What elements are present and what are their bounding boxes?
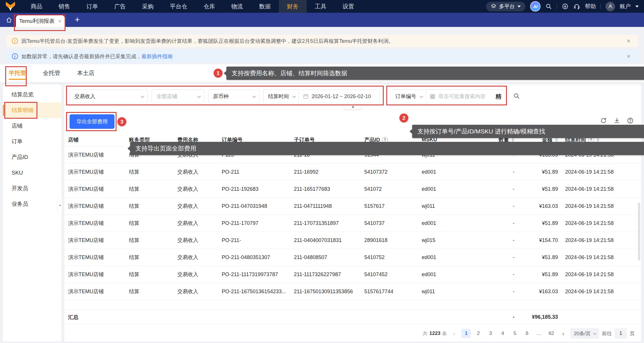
sidebar-item-业务员[interactable]: 业务员 [3, 196, 61, 212]
page-number-3[interactable]: 3 [486, 329, 495, 338]
menu-item-财务[interactable]: 财务 [279, 0, 307, 13]
platform-switcher[interactable]: 多平台 [486, 2, 525, 11]
sort-icon[interactable] [555, 138, 558, 142]
cell-pid: 5157617 [364, 203, 422, 209]
export-all-fees-button[interactable]: 导出全部费用 [70, 114, 114, 129]
next-page-icon[interactable]: › [559, 330, 567, 337]
table-row[interactable]: 演示TEMU店铺结算交易收入PO-211-192683211-165177683… [64, 181, 641, 198]
support-headset-icon[interactable] [573, 3, 580, 10]
goto-page-input[interactable]: 1 [615, 328, 627, 339]
page-number-1[interactable]: 1 [461, 329, 471, 338]
filter-collapse-handle[interactable]: ▲ [344, 104, 362, 109]
help-circle-icon[interactable] [627, 117, 634, 124]
time-type-select[interactable]: 结算时间 [263, 93, 299, 100]
page-number-2[interactable]: 2 [474, 329, 483, 338]
prev-page-icon[interactable]: ‹ [450, 330, 459, 337]
table-row[interactable]: 演示TEMU店铺结算交易收入PO-211211-1699254107372ed0… [64, 164, 641, 181]
ai-assistant-button[interactable]: AI [530, 1, 541, 12]
menu-item-订单[interactable]: 订单 [78, 0, 106, 13]
search-icon[interactable] [513, 92, 520, 100]
menu-item-工具[interactable]: 工具 [307, 0, 334, 13]
cell-amount: ¥51.89 [514, 186, 558, 192]
sidebar-item-店铺[interactable]: 店铺 [3, 118, 61, 134]
layers-icon [491, 3, 496, 9]
chevron-down-icon [252, 94, 256, 98]
menu-item-物流[interactable]: 物流 [223, 0, 251, 13]
table-row[interactable]: 演示TEMU店铺结算交易收入PO-211-0480351307211-04808… [64, 249, 641, 266]
menu-item-设置[interactable]: 设置 [334, 0, 362, 13]
cell-msku: ed001 [422, 186, 480, 192]
plugin-guide-link[interactable]: 最新插件指南 [141, 53, 173, 60]
page-number-4[interactable]: 4 [498, 329, 507, 338]
cell-order: PO-211-192683 [222, 186, 294, 192]
menu-item-仓库[interactable]: 仓库 [195, 0, 223, 13]
page-number-62[interactable]: 62 [547, 329, 556, 338]
cell-amount: ¥154.70 [514, 237, 558, 243]
cell-amount: ¥163.03 [514, 203, 558, 209]
divider [557, 4, 557, 9]
mode-tab-本土店[interactable]: 本土店 [77, 64, 94, 82]
refresh-icon[interactable] [600, 117, 607, 124]
search-field-select[interactable]: 订单编号 [391, 93, 426, 100]
table-row[interactable]: 演示TEMU店铺结算交易收入PO-211-1117319973787211-11… [64, 266, 641, 283]
page-label: 页 [630, 330, 635, 337]
table-row[interactable]: 演示TEMU店铺结算交易收入PO-211-047031948211-047111… [64, 198, 641, 215]
filter-bar: 交易收入 全部店铺 原币种 结算时间 2026-01-12 ~ 2026-02-… [70, 89, 380, 103]
home-button[interactable] [5, 16, 13, 24]
search-input[interactable]: 双击可批量搜索内容 精 [426, 93, 505, 100]
precise-toggle[interactable]: 精 [496, 93, 501, 100]
search-icon[interactable] [545, 3, 552, 10]
page-number-5[interactable]: 5 [510, 329, 519, 338]
sidebar-item-开发员[interactable]: 开发员 [3, 181, 61, 196]
annotation-circle-2: 2 [399, 113, 408, 122]
menu-item-商品[interactable]: 商品 [23, 0, 50, 13]
cell-qty: - [480, 254, 514, 261]
sort-icon[interactable] [512, 138, 514, 142]
sidebar-item-结算总览[interactable]: 结算总览 [3, 87, 61, 102]
menu-item-数据[interactable]: 数据 [251, 0, 279, 13]
menu-item-采购[interactable]: 采购 [134, 0, 162, 13]
sidebar-item-结算明细[interactable]: 结算明细 [3, 102, 61, 118]
sidebar-item-产品ID[interactable]: 产品ID [3, 149, 61, 165]
close-icon[interactable]: × [625, 53, 632, 60]
chevron-down-icon[interactable] [635, 5, 639, 8]
scrollbar-thumb[interactable] [638, 203, 640, 261]
cell-time: 2024-06-19 14:21:58 [558, 186, 634, 192]
menu-item-广告[interactable]: 广告 [106, 0, 134, 13]
new-tab-button[interactable]: + [75, 15, 80, 25]
warning-banner: ! 因Temu半托管后台-发货面单费发生了变更，影响到发货面单费的计算结果，赛狐… [6, 35, 638, 47]
mode-tab-半托管[interactable]: 半托管 [9, 64, 26, 82]
cell-order: PO-211 [222, 169, 294, 175]
date-range-picker[interactable]: 2026-01-12 ~ 2026-02-10 [299, 93, 375, 100]
tab-temu-profit-report[interactable]: Temu利润报表 × [16, 15, 65, 27]
mode-tab-全托管[interactable]: 全托管 [43, 64, 60, 82]
currency-select[interactable]: 原币种 [208, 89, 259, 103]
table-row[interactable]: 演示TEMU店铺结算交易收入PO-211-170797211-170731351… [64, 215, 641, 232]
sort-icon[interactable] [596, 138, 599, 142]
info-text: 如数据异常，请先确认是否最新插件并已采集完成， [21, 53, 141, 60]
cell-type: 结算 [129, 237, 177, 244]
download-icon[interactable] [613, 117, 621, 124]
brand-logo-icon[interactable] [5, 1, 16, 11]
cell-pid: 28901618 [364, 237, 422, 243]
settlement-table: 店铺 账务类型 费用名称 订单编号 子订单号 产品ID? MSKU 数量 金额 … [64, 133, 641, 324]
close-icon[interactable]: × [625, 37, 632, 45]
help-link[interactable]: 帮助 [585, 3, 596, 10]
menu-item-平台仓[interactable]: 平台仓 [162, 0, 195, 13]
sidebar-collapse-handle[interactable]: ◂ [58, 198, 62, 212]
sidebar-item-订单[interactable]: 订单 [3, 134, 61, 149]
cell-amount: ¥51.89 [514, 220, 558, 226]
download-center-icon[interactable] [562, 3, 569, 10]
page-number-6[interactable]: 6 [522, 329, 532, 338]
summary-row: 汇总 - ¥96,185.33 [64, 310, 641, 324]
shop-select[interactable]: 全部店铺 [152, 89, 204, 103]
sidebar-item-SKU[interactable]: SKU [3, 165, 61, 181]
table-row[interactable]: 演示TEMU店铺结算交易收入PO-211-211-040400703183128… [64, 232, 641, 249]
fee-type-select[interactable]: 交易收入 [70, 89, 148, 103]
table-row[interactable]: 演示TEMU店铺结算交易收入PO-211-16750136154233...21… [64, 283, 641, 300]
menu-item-销售[interactable]: 销售 [50, 0, 78, 13]
user-avatar[interactable] [605, 2, 615, 11]
close-icon[interactable]: × [58, 18, 61, 24]
account-label[interactable]: 账户 [620, 3, 631, 10]
page-size-select[interactable]: 20条/页 [570, 328, 599, 339]
